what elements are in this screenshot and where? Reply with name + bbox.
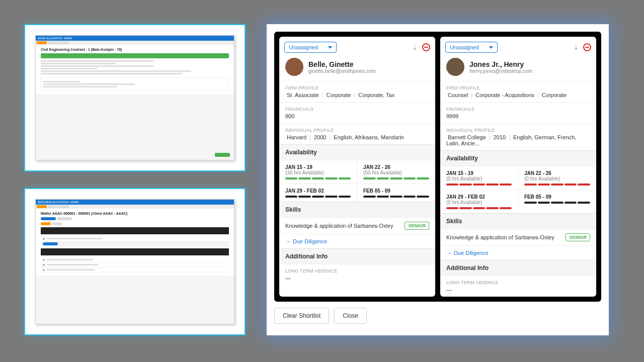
date-range: JAN 29 - FEB 02 [446,194,512,200]
individual-profile-value: Barnett College|2010|English, German, Fr… [446,134,590,146]
individual-profile-value: Harvard|2000|English, Afrikaans, Mandari… [285,134,429,140]
availability-bars [285,196,351,198]
hours-available: (30 hrs Available) [285,170,351,175]
person-email: ginette.belle@smithjones.com [308,68,376,74]
firm-profile-label: FIRM PROFILE [285,85,429,90]
mini-title: Civil Engineering Contract - 1 (Batz-Koe… [41,48,229,51]
long-term-absence-label: LONG TERM ABSENCE [285,268,429,274]
pin-icon[interactable]: ⇣ [412,43,418,51]
availability-cell: JAN 22 - 26 (50 hrs Available) [357,160,435,184]
assignment-dropdown[interactable]: Unassigned [284,42,337,53]
date-range: JAN 15 - 19 [446,170,512,176]
firm-profile-value: Sr. Associate|Corporate|Corporate, Tax [285,92,429,98]
date-range: JAN 15 - 19 [285,164,351,170]
mini-header: RESOURCE ALLOCATION - ADMIN [38,201,78,204]
thumbnail-resource-allocation[interactable]: RESOURCE ALLOCATION - ADMIN Matter AAAC-… [24,188,246,335]
mini-title: Matter AAAC-000001 - 000001 (Client AAAC… [41,212,229,215]
assignment-dropdown[interactable]: Unassigned [445,42,498,53]
remove-icon[interactable] [583,43,591,51]
person-email: henry.jones@videsktop.com [469,68,532,74]
dropdown-value: Unassigned [450,44,479,50]
availability-header: Availability [279,144,435,160]
chevron-down-icon [328,46,332,49]
avatar [285,58,303,76]
person-card: Unassigned ⇣ Jones Jr., Henry henry.jone… [440,37,596,297]
financials-value: 9999 [446,113,590,119]
mini-header: WORK ALLOCATION - ADMIN [38,37,72,40]
availability-cell: JAN 15 - 19 (30 hrs Available) [279,160,357,184]
firm-profile-label: FIRM PROFILE [446,85,590,90]
skill-badge: SENIOR [405,222,429,230]
availability-bars [363,196,429,198]
availability-cell: JAN 29 - FEB 02 (0 hrs Available) [440,190,518,213]
avatar [446,58,464,76]
clear-shortlist-button[interactable]: Clear Shortlist [274,308,329,324]
individual-profile-label: INDIVIDUAL PROFILE [285,128,429,133]
due-diligence-link[interactable]: →Due Diligence [285,238,327,244]
long-term-absence-value: — [446,287,590,293]
availability-bars [524,184,590,186]
date-range: JAN 22 - 26 [363,164,429,170]
firm-profile-value: Counsel|Corporate - Acquisitions|Corpora… [446,92,590,98]
dropdown-value: Unassigned [289,44,318,50]
arrow-icon: → [285,238,291,244]
person-card: Unassigned ⇣ Belle, Ginette ginette.bell… [279,37,435,297]
comparison-panel: Unassigned ⇣ Belle, Ginette ginette.bell… [267,24,609,335]
cards-container: Unassigned ⇣ Belle, Ginette ginette.bell… [274,32,601,302]
availability-bars [524,202,590,204]
pin-icon[interactable]: ⇣ [573,43,579,51]
availability-cell: FEB 05 - 09 [518,190,596,213]
thumbnail-work-allocation[interactable]: WORK ALLOCATION - ADMIN Civil Engineerin… [24,24,246,171]
skills-header: Skills [440,213,596,229]
availability-bars [446,184,512,186]
hours-available: (0 hrs Available) [446,176,512,182]
additional-info-header: Additional Info [440,260,596,276]
financials-label: FINANCIALS [446,107,590,112]
availability-cell: JAN 15 - 19 (0 hrs Available) [440,166,518,190]
hours-available: (50 hrs Available) [363,170,429,175]
availability-cell: JAN 22 - 26 (0 hrs Available) [518,166,596,190]
long-term-absence-label: LONG TERM ABSENCE [446,280,590,285]
date-range: JAN 29 - FEB 02 [285,188,351,194]
skill-name: Knowledge & application of Sarbanes-Oxle… [285,223,393,229]
skill-badge: SENIOR [566,233,590,241]
individual-profile-label: INDIVIDUAL PROFILE [446,128,590,133]
skills-header: Skills [279,202,435,217]
long-term-absence-value: — [285,275,429,281]
financials-value: 800 [285,113,429,119]
availability-cell: JAN 29 - FEB 02 [279,184,357,202]
due-diligence-link[interactable]: →Due Diligence [446,250,488,256]
date-range: FEB 05 - 09 [363,188,429,194]
availability-bars [446,207,512,209]
hours-available: (0 hrs Available) [446,200,512,205]
skill-name: Knowledge & application of Sarbanes-Oxle… [446,234,554,240]
financials-label: FINANCIALS [285,107,429,112]
date-range: JAN 22 - 26 [524,170,590,176]
person-name: Jones Jr., Henry [469,60,532,68]
availability-bars [285,177,351,179]
remove-icon[interactable] [422,43,430,51]
availability-bars [363,177,429,179]
date-range: FEB 05 - 09 [524,194,590,200]
arrow-icon: → [446,250,452,256]
availability-header: Availability [440,150,596,166]
close-button[interactable]: Close [334,308,367,324]
availability-cell: FEB 05 - 09 [357,184,435,202]
person-name: Belle, Ginette [308,60,376,68]
chevron-down-icon [489,46,493,49]
additional-info-header: Additional Info [279,248,435,264]
hours-available: (0 hrs Available) [524,176,590,182]
